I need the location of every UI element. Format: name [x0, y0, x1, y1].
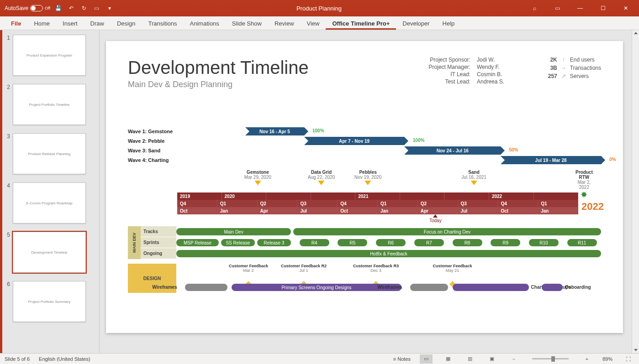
task-pill[interactable]: Hotfix & Feedback [176, 250, 601, 257]
qat-more-icon[interactable]: ▾ [105, 4, 114, 13]
scale-cell: Q2 [418, 200, 458, 207]
milestone[interactable]: Data GridAug 22, 2020 [308, 170, 335, 185]
slide-thumbnail[interactable]: Product Expansion Program [13, 35, 86, 76]
design-task-bar[interactable] [410, 284, 449, 291]
scale-cell: Q1 [217, 200, 258, 207]
milestone[interactable]: GemstoneMar 29, 2020 [244, 170, 271, 185]
maximize-icon[interactable]: ☐ [592, 0, 613, 16]
autosave-toggle[interactable]: AutoSave Off [5, 5, 50, 11]
slide-thumbnail[interactable]: Development Timeline [13, 232, 86, 273]
task-pill[interactable]: R8 [453, 239, 482, 246]
wave-label: Wave 1: Gemstone [128, 129, 183, 134]
undo-icon[interactable]: ↶ [67, 4, 76, 13]
task-pill[interactable]: R9 [491, 239, 520, 246]
task-pill[interactable]: R4 [300, 239, 329, 246]
scale-cell [534, 192, 579, 200]
tab-slide-show[interactable]: Slide Show [226, 17, 268, 30]
scale-cell: Q4 [338, 200, 378, 207]
task-pill[interactable]: Main Dev [176, 228, 291, 235]
task-pill[interactable]: SS Release [221, 239, 255, 246]
tab-developer[interactable]: Developer [396, 17, 436, 30]
scale-cell: 2021 [355, 192, 400, 200]
wave-bar[interactable]: Jul 19 - Mar 28 [501, 156, 601, 164]
wave-bar[interactable]: Nov 24 - Jul 16 [404, 146, 501, 155]
milestone[interactable]: PebblesNov 19, 2020 [354, 170, 382, 185]
milestone-marker-icon [254, 181, 261, 185]
task-pill[interactable]: R11 [567, 239, 597, 246]
thumb-number: 6 [4, 281, 10, 322]
redo-icon[interactable]: ↻ [79, 4, 89, 13]
slide-thumbnail[interactable]: E-Comm Program Roadmap [13, 182, 86, 224]
tab-help[interactable]: Help [436, 17, 461, 30]
thumbnail-panel[interactable]: 1Product Expansion Program2Project Portf… [0, 30, 100, 353]
zoom-slider[interactable] [532, 358, 569, 359]
task-pill[interactable]: R7 [414, 239, 444, 246]
thumb-number: 1 [4, 35, 10, 76]
toggle-off-icon [30, 5, 43, 11]
task-pill[interactable]: Release 3 [257, 239, 291, 246]
tab-review[interactable]: Review [268, 17, 301, 30]
design-task-bar[interactable] [542, 284, 563, 291]
slide-thumbnail[interactable]: Product Release Planning [13, 133, 86, 174]
tab-insert[interactable]: Insert [56, 17, 84, 30]
ribbon-display-icon[interactable]: ▭ [547, 0, 568, 16]
design-milestone-label: Customer FeedbackMar 2 [229, 264, 268, 273]
task-pill[interactable]: R6 [376, 239, 406, 246]
scroll-down-icon[interactable] [634, 349, 638, 351]
slideshow-view-icon[interactable]: ▣ [486, 354, 498, 364]
design-task-bar[interactable]: Primary Screens Ongoing Designs [232, 284, 401, 291]
milestone[interactable]: SandJul 16, 2021 [461, 170, 486, 185]
sorter-view-icon[interactable]: ▦ [442, 354, 454, 364]
task-pill[interactable]: Focus on Charting Dev [293, 228, 601, 235]
scale-cell [400, 192, 445, 200]
zoom-out-icon[interactable]: − [507, 354, 520, 364]
tab-home[interactable]: Home [27, 17, 56, 30]
wave-percent: 100% [312, 128, 324, 133]
zoom-level[interactable]: 89% [602, 356, 613, 362]
language-status[interactable]: English (United States) [39, 356, 90, 362]
tab-office-timeline-pro-[interactable]: Office Timeline Pro+ [326, 17, 396, 30]
tab-animations[interactable]: Animations [184, 17, 226, 30]
task-pill[interactable]: R5 [338, 239, 367, 246]
wave-bar[interactable]: Apr 7 - Nov 19 [304, 137, 405, 145]
thumb-number: 4 [4, 182, 10, 224]
slide-thumbnail[interactable]: Project Portfolio Summary [13, 281, 86, 322]
scale-cell: 2022 [489, 192, 534, 200]
status-bar: Slide 5 of 6 English (United States) ≡ N… [0, 353, 639, 364]
fit-window-icon[interactable]: ⛶ [622, 354, 634, 364]
zoom-in-icon[interactable]: + [581, 354, 593, 364]
slide-subtitle[interactable]: Main Dev & Design Planning [128, 80, 601, 89]
task-pill[interactable]: R10 [529, 239, 559, 246]
scroll-up-icon[interactable] [634, 32, 638, 34]
design-task-bar[interactable] [453, 284, 529, 291]
slide-canvas-wrap[interactable]: Development Timeline Main Dev & Design P… [100, 30, 639, 353]
task-pill[interactable]: MSP Release [176, 239, 219, 246]
slide-canvas[interactable]: Development Timeline Main Dev & Design P… [106, 41, 623, 333]
wave-section: Wave 1: GemstoneNov 16 - Apr 5100%Wave 2… [128, 127, 601, 165]
tab-draw[interactable]: Draw [84, 17, 111, 30]
design-task-bar[interactable] [185, 284, 227, 291]
close-icon[interactable]: ✕ [615, 0, 636, 16]
tab-transitions[interactable]: Transitions [142, 17, 183, 30]
save-icon[interactable]: 💾 [54, 4, 63, 13]
scale-cell [311, 192, 356, 200]
thumb-number: 5 [4, 232, 10, 273]
scale-cell: 2019 [177, 192, 222, 200]
wave-bar[interactable]: Nov 16 - Apr 5 [245, 127, 304, 135]
vertical-scrollbar[interactable] [632, 30, 639, 353]
minimize-icon[interactable]: — [570, 0, 591, 16]
notes-toggle[interactable]: ≡ Notes [393, 356, 411, 362]
search-icon[interactable]: ⌕ [524, 0, 545, 16]
tab-design[interactable]: Design [111, 17, 142, 30]
ribbon-tabs: FileHomeInsertDrawDesignTransitionsAnima… [0, 16, 639, 30]
normal-view-icon[interactable]: ▭ [420, 354, 433, 364]
slide-thumbnail[interactable]: Project Portfolio Timeline [13, 84, 86, 125]
slide-title[interactable]: Development Timeline [128, 57, 601, 78]
kpi-label: Transactions [570, 65, 601, 71]
present-icon[interactable]: ▭ [92, 4, 101, 13]
reading-view-icon[interactable]: ▥ [464, 354, 476, 364]
tab-view[interactable]: View [301, 17, 326, 30]
scale-cell: Q1 [538, 200, 578, 207]
tab-file[interactable]: File [5, 17, 27, 30]
kpi-number: 257 [548, 73, 557, 79]
